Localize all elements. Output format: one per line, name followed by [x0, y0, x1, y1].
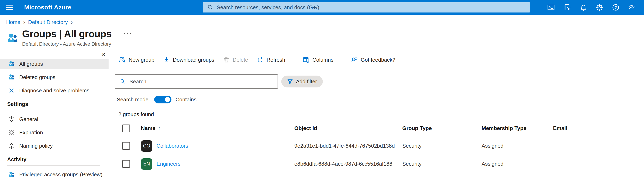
search-mode-toggle[interactable] [154, 96, 172, 104]
row-checkbox[interactable] [122, 142, 130, 150]
column-header-object-id[interactable]: Object Id [294, 125, 402, 132]
sidebar-item-deleted-groups[interactable]: Deleted groups [0, 72, 108, 82]
new-group-icon [119, 56, 126, 63]
breadcrumb-home-link[interactable]: Home [6, 19, 20, 26]
chevron-right-icon: › [23, 20, 25, 25]
search-icon [207, 4, 214, 11]
table-header-row: Name↑ Object Id Group Type Membership Ty… [115, 120, 644, 137]
feedback-icon[interactable] [624, 4, 640, 11]
groups-icon [8, 171, 15, 178]
brand-title: Microsoft Azure [24, 4, 71, 11]
column-header-name[interactable]: Name↑ [141, 125, 294, 132]
page-title: Groups | All groups [22, 28, 112, 40]
more-options-button[interactable]: ··· [124, 30, 132, 38]
column-header-group-type[interactable]: Group Type [402, 125, 482, 132]
divider [294, 56, 294, 64]
group-name-link[interactable]: Engineers [156, 161, 180, 167]
download-icon [163, 56, 170, 63]
command-toolbar: New group Download groups Delete Refresh [115, 55, 644, 65]
toolbar-label: Download groups [173, 57, 214, 63]
global-search-input[interactable] [217, 4, 530, 11]
sidebar-item-diagnose[interactable]: Diagnose and solve problems [0, 86, 108, 96]
search-filter-row: Add filter [115, 74, 644, 89]
sort-ascending-icon: ↑ [158, 125, 160, 131]
notifications-bell-icon[interactable] [575, 4, 591, 11]
collapse-sidebar-button[interactable]: « [102, 50, 105, 58]
sidebar: « All groups Deleted groups Diagnose and… [0, 50, 108, 183]
row-checkbox[interactable] [122, 160, 130, 168]
breadcrumb: Home › Default Directory › [6, 19, 644, 26]
tools-icon [8, 87, 15, 94]
toolbar-label: Refresh [266, 57, 285, 63]
columns-icon [302, 56, 310, 63]
chevron-right-icon: › [71, 20, 73, 25]
new-group-button[interactable]: New group [119, 56, 154, 63]
cell-membership-type: Assigned [482, 161, 553, 167]
toolbar-label: Delete [233, 57, 248, 63]
sidebar-section-activity: Activity [7, 156, 108, 162]
cell-group-type: Security [402, 161, 482, 167]
cloud-shell-icon[interactable] [543, 4, 559, 11]
help-icon[interactable] [608, 4, 624, 11]
delete-button[interactable]: Delete [223, 56, 248, 63]
add-filter-label: Add filter [296, 78, 317, 85]
search-mode-label: Search mode [117, 96, 148, 103]
azure-portal-page: Microsoft Azure Home › Default Directory… [0, 0, 644, 188]
groups-icon [6, 33, 19, 44]
toolbar-label: Got feedback? [361, 57, 395, 63]
group-name-link[interactable]: Collaborators [156, 143, 188, 149]
toolbar-label: New group [129, 57, 154, 63]
sidebar-item-label: Expiration [19, 130, 43, 136]
main-content: New group Download groups Delete Refresh [108, 50, 644, 183]
table-row[interactable]: CO Collaborators 9e2a31e1-bdd1-47fe-844d… [115, 137, 644, 155]
toolbar-label: Columns [312, 57, 334, 63]
divider [342, 56, 342, 64]
trash-icon [223, 56, 230, 63]
hamburger-menu-icon[interactable] [0, 5, 19, 10]
cell-object-id: e8b6ddfa-688d-4ace-987d-6cc5516af188 [294, 161, 402, 167]
top-app-bar: Microsoft Azure [0, 0, 644, 15]
page-header: Groups | All groups ··· Default Director… [6, 28, 644, 47]
sidebar-item-label: Diagnose and solve problems [19, 88, 90, 94]
select-all-checkbox[interactable] [122, 124, 130, 132]
column-header-email[interactable]: Email [553, 125, 644, 132]
sidebar-item-label: Deleted groups [19, 74, 55, 80]
sidebar-item-label: Naming policy [19, 143, 53, 149]
sidebar-section-settings: Settings [7, 101, 108, 107]
groups-search-input[interactable] [130, 78, 278, 85]
sidebar-item-general[interactable]: General [0, 114, 108, 124]
groups-search-box[interactable] [115, 74, 278, 89]
cell-group-type: Security [402, 143, 482, 149]
sidebar-item-privileged-access[interactable]: Privileged access groups (Preview) [0, 169, 108, 180]
sidebar-item-all-groups[interactable]: All groups [0, 59, 108, 69]
refresh-button[interactable]: Refresh [257, 56, 285, 63]
sidebar-item-label: All groups [19, 61, 43, 67]
global-search-box[interactable] [203, 2, 530, 12]
cell-membership-type: Assigned [482, 143, 553, 149]
search-mode-row: Search mode Contains [115, 96, 644, 104]
directory-filter-icon[interactable] [559, 4, 575, 11]
result-count: 2 groups found [115, 111, 644, 117]
search-mode-value: Contains [176, 96, 197, 103]
sidebar-item-expiration[interactable]: Expiration [0, 128, 108, 138]
gear-icon [8, 116, 15, 122]
column-header-membership-type[interactable]: Membership Type [482, 125, 553, 132]
download-groups-button[interactable]: Download groups [163, 56, 214, 63]
gear-icon [8, 142, 15, 149]
topbar-icon-group [543, 4, 644, 11]
groups-icon [8, 74, 15, 80]
breadcrumb-directory-link[interactable]: Default Directory [28, 19, 68, 26]
settings-gear-icon[interactable] [591, 4, 608, 11]
sidebar-item-naming-policy[interactable]: Naming policy [0, 141, 108, 151]
table-row[interactable]: EN Engineers e8b6ddfa-688d-4ace-987d-6cc… [115, 155, 644, 173]
sidebar-item-label: General [19, 116, 38, 122]
feedback-icon [351, 56, 358, 63]
columns-button[interactable]: Columns [302, 56, 334, 63]
toggle-knob [165, 97, 170, 102]
search-icon [120, 78, 126, 84]
group-avatar: CO [141, 140, 152, 152]
got-feedback-button[interactable]: Got feedback? [351, 56, 395, 63]
sidebar-item-label: Privileged access groups (Preview) [19, 172, 102, 178]
page-subtitle: Default Directory - Azure Active Directo… [22, 41, 132, 47]
add-filter-button[interactable]: Add filter [281, 76, 323, 88]
